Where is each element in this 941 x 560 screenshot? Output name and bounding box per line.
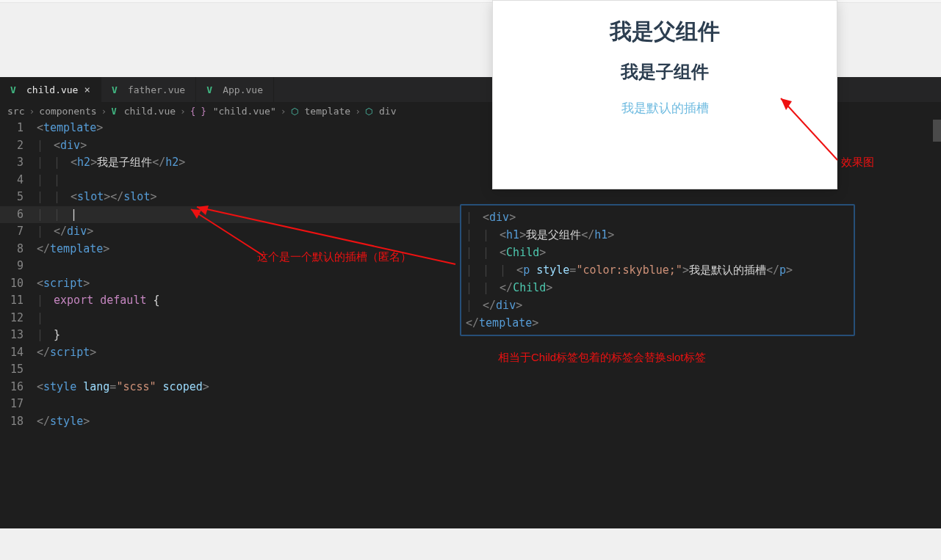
annotation-preview: 效果图 bbox=[841, 156, 874, 170]
vue-icon bbox=[10, 84, 21, 95]
line-number: 15 bbox=[0, 361, 37, 379]
line-number: 2 bbox=[0, 137, 37, 155]
line-number: 17 bbox=[0, 396, 37, 413]
tab-child-vue[interactable]: child.vue × bbox=[0, 77, 101, 102]
code-snippet-father[interactable]: | <div> | | <h1>我是父组件</h1> | | <Child> |… bbox=[460, 204, 855, 336]
tab-label: App.vue bbox=[223, 84, 263, 95]
chevron-right-icon: › bbox=[355, 106, 361, 117]
breadcrumb-item[interactable]: template bbox=[305, 106, 351, 117]
preview-h1: 我是父组件 bbox=[493, 17, 837, 47]
preview-h2: 我是子组件 bbox=[493, 60, 837, 84]
tab-label: child.vue bbox=[26, 84, 78, 95]
line-number: 3 bbox=[0, 154, 37, 172]
line-number: 18 bbox=[0, 413, 37, 431]
render-preview-panel: 我是父组件 我是子组件 我是默认的插槽 bbox=[492, 0, 837, 189]
tab-label: father.vue bbox=[128, 84, 185, 95]
tab-father-vue[interactable]: father.vue bbox=[101, 77, 196, 102]
chevron-right-icon: › bbox=[101, 106, 107, 117]
chevron-right-icon: › bbox=[281, 106, 286, 117]
breadcrumb-item[interactable]: src bbox=[7, 106, 24, 117]
line-number: 12 bbox=[0, 310, 37, 327]
close-icon[interactable]: × bbox=[84, 84, 90, 95]
code-editor-main[interactable]: 1<template> 2| <div> 3| | <h2>我是子组件</h2>… bbox=[0, 120, 470, 430]
line-number: 6 bbox=[0, 206, 37, 224]
breadcrumb-item[interactable]: components bbox=[39, 106, 96, 117]
line-number: 10 bbox=[0, 275, 37, 293]
braces-icon bbox=[190, 106, 209, 117]
scrollbar[interactable] bbox=[933, 120, 941, 142]
preview-slot-text: 我是默认的插槽 bbox=[493, 100, 837, 117]
line-number: 4 bbox=[0, 172, 37, 189]
line-number: 11 bbox=[0, 292, 37, 310]
breadcrumb-item[interactable]: div bbox=[379, 106, 396, 117]
line-number: 9 bbox=[0, 258, 37, 275]
chevron-right-icon: › bbox=[29, 106, 35, 117]
chevron-right-icon: › bbox=[180, 106, 186, 117]
line-number: 14 bbox=[0, 344, 37, 362]
line-number: 1 bbox=[0, 120, 37, 137]
cube-icon bbox=[365, 106, 375, 117]
breadcrumb-item[interactable]: child.vue bbox=[124, 106, 176, 117]
line-number: 7 bbox=[0, 223, 37, 241]
vue-icon bbox=[111, 106, 119, 117]
line-number: 13 bbox=[0, 327, 37, 344]
cube-icon bbox=[291, 106, 300, 117]
vue-icon bbox=[206, 84, 217, 95]
tab-app-vue[interactable]: App.vue bbox=[196, 77, 274, 102]
annotation-replace: 相当于Child标签包着的标签会替换slot标签 bbox=[498, 351, 706, 365]
line-number: 8 bbox=[0, 241, 37, 258]
line-number: 5 bbox=[0, 189, 37, 206]
annotation-slot: 这个是一个默认的插槽（匿名） bbox=[257, 250, 411, 264]
vue-icon bbox=[112, 84, 122, 95]
line-number: 16 bbox=[0, 379, 37, 396]
breadcrumb-item[interactable]: "child.vue" bbox=[213, 106, 276, 117]
